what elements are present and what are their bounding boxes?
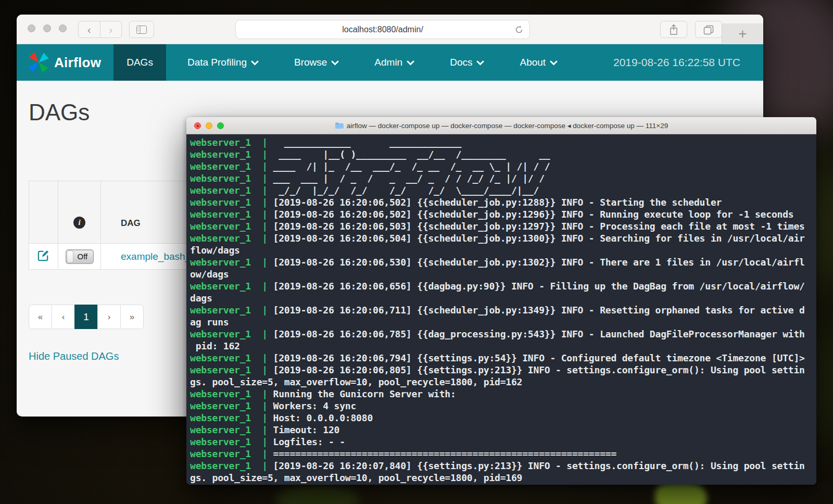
terminal-log-line: webserver_1 | [2019-08-26 16:20:06,504] … bbox=[190, 232, 816, 244]
info-column-header: i bbox=[58, 181, 101, 244]
terminal-log-line: gs. pool_size=5, max_overflow=10, pool_r… bbox=[190, 472, 816, 484]
terminal-log-line: webserver_1 | [2019-08-26 16:20:07,840] … bbox=[190, 460, 816, 472]
terminal-log-line: webserver_1 | ____ |__( )_________ __/__… bbox=[190, 148, 816, 160]
close-window-button[interactable] bbox=[194, 122, 201, 129]
sidebar-toggle-button[interactable] bbox=[129, 21, 154, 38]
share-icon bbox=[669, 24, 678, 35]
terminal-log-line: webserver_1 | [2019-08-26 16:20:06,711] … bbox=[190, 304, 816, 316]
history-nav-group: ‹ › bbox=[78, 21, 122, 38]
folder-icon bbox=[335, 122, 344, 129]
terminal-title: airflow — docker-compose up — docker-com… bbox=[335, 121, 668, 130]
terminal-log-line: webserver_1 | [2019-08-26 16:20:06,785] … bbox=[190, 328, 816, 340]
reload-icon bbox=[514, 24, 524, 35]
terminal-log-line: webserver_1 | [2019-08-26 16:20:06,502] … bbox=[190, 196, 816, 208]
nav-label: Browse bbox=[294, 57, 327, 68]
nav-item-browse[interactable]: Browse bbox=[281, 44, 352, 81]
terminal-log-line: webserver_1 | _/_/ |_/_/ /_/ /_/ /_/ \__… bbox=[190, 184, 816, 196]
nav-item-data-profiling[interactable]: Data Profiling bbox=[174, 44, 272, 81]
terminal-log-line: flow/dags bbox=[190, 244, 816, 256]
nav-item-dags[interactable]: DAGs bbox=[113, 44, 166, 81]
back-button[interactable]: ‹ bbox=[79, 21, 100, 37]
zoom-window-button[interactable] bbox=[59, 24, 67, 32]
reload-button[interactable] bbox=[514, 24, 524, 37]
pagination-first-button[interactable]: « bbox=[29, 305, 52, 329]
terminal-log-line: webserver_1 | Logfiles: - - bbox=[190, 436, 816, 448]
minimize-window-button[interactable] bbox=[43, 24, 51, 32]
nav-label: Docs bbox=[450, 57, 472, 68]
terminal-title-text: airflow — docker-compose up — docker-com… bbox=[347, 121, 668, 130]
terminal-log-line: ag runs bbox=[190, 316, 816, 328]
address-bar[interactable]: localhost:8080/admin/ bbox=[235, 20, 530, 39]
terminal-titlebar[interactable]: airflow — docker-compose up — docker-com… bbox=[186, 117, 816, 134]
pagination-next-button[interactable]: › bbox=[97, 305, 121, 329]
chevron-down-icon bbox=[476, 57, 484, 68]
new-tab-button[interactable]: + bbox=[722, 23, 763, 44]
terminal-log-line: webserver_1 | Timeout: 120 bbox=[190, 424, 816, 436]
dag-pause-toggle[interactable]: Off bbox=[66, 249, 94, 264]
terminal-window-controls bbox=[194, 122, 224, 129]
terminal-output[interactable]: webserver_1 | ____________ _____________… bbox=[186, 134, 816, 485]
pagination: « ‹ 1 › » bbox=[29, 305, 144, 329]
nav-item-admin[interactable]: Admin bbox=[361, 44, 427, 81]
terminal-log-line: webserver_1 | ___ ___ | / _ / _ __/ _ / … bbox=[190, 172, 816, 184]
zoom-window-button[interactable] bbox=[217, 122, 224, 129]
terminal-log-line: webserver_1 | [2019-08-26 16:20:06,656] … bbox=[190, 280, 816, 292]
terminal-log-line: webserver_1 | [2019-08-26 16:20:06,805] … bbox=[190, 364, 816, 376]
airflow-logo-icon bbox=[27, 51, 50, 74]
tabs-icon bbox=[703, 24, 714, 35]
toggle-label: Off bbox=[78, 252, 88, 261]
chevron-down-icon bbox=[251, 57, 259, 68]
hide-paused-dags-link[interactable]: Hide Paused DAGs bbox=[29, 350, 119, 362]
terminal-window: airflow — docker-compose up — docker-com… bbox=[186, 117, 816, 485]
pagination-page-1-button[interactable]: 1 bbox=[74, 305, 98, 329]
edit-column-header bbox=[29, 181, 58, 244]
airflow-navbar: Airflow DAGs Data Profiling Browse Admin… bbox=[17, 44, 763, 81]
tabs-button[interactable] bbox=[695, 21, 722, 38]
terminal-log-line: webserver_1 | Host: 0.0.0.0:8080 bbox=[190, 412, 816, 424]
share-button[interactable] bbox=[660, 21, 687, 38]
forward-button[interactable]: › bbox=[100, 21, 122, 37]
pagination-prev-button[interactable]: ‹ bbox=[52, 305, 75, 329]
nav-label: Admin bbox=[374, 57, 402, 68]
terminal-log-line: webserver_1 | [2019-08-26 16:20:06,794] … bbox=[190, 352, 816, 364]
page-title: DAGs bbox=[29, 99, 90, 125]
nav-item-docs[interactable]: Docs bbox=[437, 44, 497, 81]
toggle-knob bbox=[67, 250, 73, 263]
plus-icon: + bbox=[739, 26, 747, 42]
terminal-log-line: webserver_1 | [2019-08-26 16:20:06,530] … bbox=[190, 256, 816, 268]
airflow-brand[interactable]: Airflow bbox=[27, 51, 101, 74]
terminal-log-line: dags bbox=[190, 292, 816, 304]
terminal-log-line: webserver_1 | Running the Gunicorn Serve… bbox=[190, 388, 816, 400]
url-text: localhost:8080/admin/ bbox=[342, 25, 423, 34]
chevron-down-icon bbox=[331, 57, 339, 68]
edit-cell bbox=[29, 244, 58, 270]
utc-clock: 2019-08-26 16:22:58 UTC bbox=[613, 56, 740, 69]
pause-toggle-cell: Off bbox=[58, 244, 101, 270]
info-icon[interactable]: i bbox=[73, 217, 85, 229]
terminal-log-line: webserver_1 | Workers: 4 sync bbox=[190, 400, 816, 412]
nav-label: About bbox=[520, 57, 546, 68]
terminal-log-line: gs. pool_size=5, max_overflow=10, pool_r… bbox=[190, 376, 816, 388]
sidebar-icon bbox=[136, 26, 147, 34]
close-window-button[interactable] bbox=[28, 24, 35, 32]
edit-dag-icon[interactable] bbox=[37, 249, 49, 261]
window-controls bbox=[28, 24, 67, 32]
brand-name: Airflow bbox=[54, 55, 101, 71]
terminal-log-line: webserver_1 | [2019-08-26 16:20:06,503] … bbox=[190, 220, 816, 232]
terminal-log-line: ow/dags bbox=[190, 268, 816, 280]
chevron-down-icon bbox=[550, 57, 558, 68]
terminal-log-line: pid: 162 bbox=[190, 340, 816, 352]
terminal-log-line: webserver_1 | ____________ _____________ bbox=[190, 136, 816, 148]
minimize-window-button[interactable] bbox=[206, 122, 212, 129]
terminal-log-line: webserver_1 | ==========================… bbox=[190, 448, 816, 460]
nav-item-about[interactable]: About bbox=[507, 44, 571, 81]
terminal-log-line: webserver_1 | ____ /| |_ /__ ___/_ /_ __… bbox=[190, 160, 816, 172]
nav-label: DAGs bbox=[127, 57, 153, 68]
terminal-log-line: webserver_1 | [2019-08-26 16:20:06,502] … bbox=[190, 208, 816, 220]
pagination-last-button[interactable]: » bbox=[120, 305, 144, 329]
nav-label: Data Profiling bbox=[187, 57, 247, 68]
browser-toolbar: ‹ › localhost:8080/admin/ + bbox=[17, 15, 763, 44]
flower-stem bbox=[276, 484, 359, 504]
chevron-down-icon bbox=[407, 57, 414, 68]
